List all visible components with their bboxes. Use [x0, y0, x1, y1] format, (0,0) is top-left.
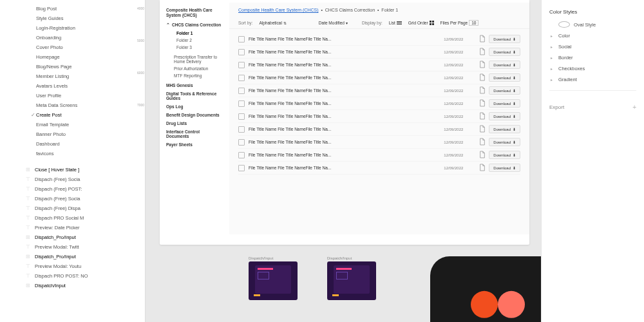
nav-group[interactable]: Payer Sheets: [166, 142, 223, 147]
design-frame[interactable]: Composite Health Care System (CHCS) ⌃CHC…: [160, 0, 529, 245]
files-per-page-select[interactable]: Files Per Page 10: [440, 20, 479, 26]
style-group[interactable]: ▸Gradient: [549, 74, 636, 85]
pages-panel[interactable]: Blog PostStyle GuidesLogin-RegistrationO…: [0, 0, 137, 322]
style-group[interactable]: ▸Checkboxes: [549, 63, 636, 74]
layer-item[interactable]: ⊞Dispatch_Pro/Input: [0, 252, 137, 261]
layer-item[interactable]: ⊤Dispach (Free) Dispa: [0, 204, 137, 213]
view-grid-button[interactable]: Grid Order: [408, 21, 434, 25]
page-item[interactable]: Login-Registration: [0, 23, 137, 33]
view-list-button[interactable]: List: [389, 21, 402, 25]
properties-panel[interactable]: Color Styles Oval Style ▸Color▸Social▸Bo…: [541, 0, 644, 322]
nav-group[interactable]: Benefit Design Documents: [166, 113, 223, 117]
row-checkbox[interactable]: [238, 75, 245, 81]
page-item[interactable]: Banner Photo: [0, 129, 137, 139]
layer-item[interactable]: ⊞Close [ Hover State ]: [0, 165, 137, 175]
figma-logo-card[interactable]: [430, 256, 541, 322]
layer-item[interactable]: ⊤Dispach PRO Social M: [0, 213, 137, 223]
row-checkbox[interactable]: [238, 62, 245, 68]
file-row[interactable]: File Title Name File Title NameFile Titl…: [238, 136, 520, 149]
nav-group[interactable]: Digital Tools & Reference Guides: [166, 91, 223, 100]
row-checkbox[interactable]: [238, 126, 245, 133]
style-group[interactable]: ▸Border: [549, 52, 636, 63]
page-item[interactable]: Onboarding: [0, 33, 137, 43]
download-button[interactable]: Download ⬇: [489, 73, 520, 82]
nav-link[interactable]: Prescription Transfer to Home Delivery: [166, 53, 223, 65]
nav-group[interactable]: Interface Control Documents: [166, 129, 223, 138]
download-button[interactable]: Download ⬇: [489, 48, 520, 56]
page-item[interactable]: Blog/News Page: [0, 62, 137, 71]
date-mod-select[interactable]: Date Modified ▾: [319, 21, 348, 25]
page-item[interactable]: ✓Create Post: [0, 110, 137, 120]
row-checkbox[interactable]: [238, 113, 245, 120]
file-icon: [476, 35, 489, 43]
file-row[interactable]: File Title Name File Title NameFile Titl…: [238, 71, 520, 84]
layer-item[interactable]: ⊤Preview Modal: Twitt: [0, 242, 137, 252]
folder-item[interactable]: Folder 3: [166, 44, 223, 51]
download-button[interactable]: Download ⬇: [489, 35, 520, 43]
row-checkbox[interactable]: [238, 139, 245, 146]
thumbnail-frame[interactable]: [327, 261, 376, 300]
row-checkbox[interactable]: [238, 100, 245, 107]
nav-group[interactable]: MHS Genesis: [166, 83, 223, 88]
page-item[interactable]: Email Template: [0, 120, 137, 129]
page-item[interactable]: Homepage: [0, 52, 137, 62]
download-button[interactable]: Download ⬇: [489, 61, 520, 69]
nav-link[interactable]: Prior Authorization: [166, 65, 223, 72]
layer-item[interactable]: ⊞Dispatch_Pro/Input: [0, 232, 137, 242]
download-button[interactable]: Download ⬇: [489, 99, 520, 108]
breadcrumb-root[interactable]: Composite Health Care System (CHCS): [238, 8, 318, 12]
row-checkbox[interactable]: [238, 165, 245, 171]
thumbnail-frame[interactable]: [249, 261, 298, 300]
folder-item[interactable]: Folder 2: [166, 37, 223, 44]
download-button[interactable]: Download ⬇: [489, 151, 520, 159]
download-button[interactable]: Download ⬇: [489, 112, 520, 120]
page-item[interactable]: Meta Data Screens: [0, 100, 137, 110]
file-name: File Title Name File Title NameFile Titl…: [249, 140, 444, 144]
file-row[interactable]: File Title Name File Title NameFile Titl…: [238, 162, 520, 175]
layer-item[interactable]: ⊤Preview: Date Picker: [0, 223, 137, 232]
file-row[interactable]: File Title Name File Title NameFile Titl…: [238, 149, 520, 162]
plus-icon[interactable]: +: [632, 104, 636, 111]
nav-group[interactable]: Ops Log: [166, 104, 223, 109]
row-checkbox[interactable]: [238, 152, 245, 158]
page-item[interactable]: favicons: [0, 149, 137, 158]
canvas[interactable]: 4000 5000 6000 7000 Composite Health Car…: [137, 0, 541, 322]
sort-select[interactable]: Alphabetical ⇅: [259, 21, 286, 25]
page-item[interactable]: Style Guides: [0, 14, 137, 23]
page-item[interactable]: Blog Post: [0, 4, 137, 14]
download-button[interactable]: Download ⬇: [489, 138, 520, 146]
layer-item[interactable]: ⊤Dispach (Free) POST:: [0, 184, 137, 194]
row-checkbox[interactable]: [238, 36, 245, 43]
download-button[interactable]: Download ⬇: [489, 125, 520, 133]
file-row[interactable]: File Title Name File Title NameFile Titl…: [238, 46, 520, 59]
layer-item[interactable]: ⊤Preview Modal: Youtu: [0, 261, 137, 271]
folder-item[interactable]: Folder 1: [166, 30, 223, 37]
layer-item[interactable]: ⊤Dispach PRO POST: NO: [0, 271, 137, 281]
download-button[interactable]: Download ⬇: [489, 86, 520, 95]
file-row[interactable]: File Title Name File Title NameFile Titl…: [238, 59, 520, 71]
page-item[interactable]: Cover Photo: [0, 43, 137, 52]
download-button[interactable]: Download ⬇: [489, 164, 520, 172]
page-item[interactable]: Member Listing: [0, 71, 137, 81]
style-group[interactable]: ▸Color: [549, 30, 636, 41]
page-item[interactable]: Avatars Levels: [0, 81, 137, 91]
export-section[interactable]: Export+: [549, 104, 636, 111]
row-checkbox[interactable]: [238, 49, 245, 55]
layer-item[interactable]: ⊞Dispatch/Input: [0, 281, 137, 290]
layer-item[interactable]: ⊤Dispach (Free) Socia: [0, 175, 137, 184]
oval-style-item[interactable]: Oval Style: [549, 19, 636, 30]
sidebar-section-toggle[interactable]: ⌃CHCS Claims Correction: [166, 23, 223, 28]
file-row[interactable]: File Title Name File Title NameFile Titl…: [238, 110, 520, 123]
file-row[interactable]: File Title Name File Title NameFile Titl…: [238, 123, 520, 136]
style-group[interactable]: ▸Social: [549, 41, 636, 52]
nav-link[interactable]: MTF Reporting: [166, 72, 223, 79]
layer-item[interactable]: ⊤Dispach (Free) Socia: [0, 194, 137, 204]
page-item[interactable]: User Profile: [0, 91, 137, 100]
file-row[interactable]: File Title Name File Title NameFile Titl…: [238, 97, 520, 110]
page-item[interactable]: Dashboard: [0, 139, 137, 149]
download-icon: ⬇: [513, 50, 516, 54]
file-row[interactable]: File Title Name File Title NameFile Titl…: [238, 84, 520, 97]
file-row[interactable]: File Title Name File Title NameFile Titl…: [238, 33, 520, 46]
nav-group[interactable]: Drug Lists: [166, 121, 223, 126]
row-checkbox[interactable]: [238, 88, 245, 94]
